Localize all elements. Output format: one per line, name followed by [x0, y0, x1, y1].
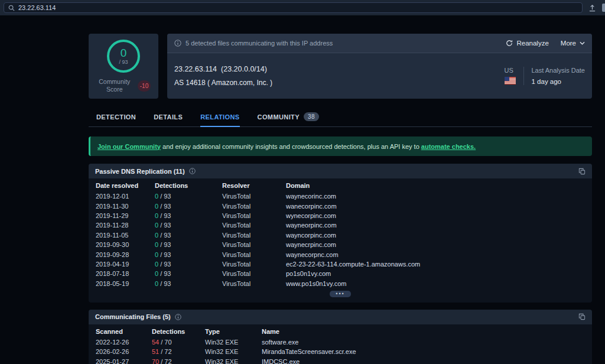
more-button[interactable]: More — [561, 40, 585, 47]
file-link[interactable]: software.exe — [262, 339, 585, 346]
detected-files-banner: 5 detected files communicating with this… — [167, 34, 592, 53]
cell-detections: 0 — [155, 222, 158, 229]
vertical-divider — [523, 67, 524, 85]
domain-link[interactable]: wayneorpinc.com — [286, 222, 585, 229]
table-row: 2018-05-19 0/ 93 VirusTotal www.po1s0n1v… — [96, 279, 585, 288]
cell-denominator: / 93 — [160, 222, 171, 229]
domain-link[interactable]: wanecorpinc.com — [286, 203, 585, 210]
info-icon[interactable] — [189, 168, 196, 174]
community-banner-text: and enjoy additional community insights … — [161, 143, 421, 150]
communicating-files-header: Communicating Files (5) — [89, 310, 592, 324]
cell-scanned: 2026-02-26 — [96, 348, 152, 355]
main-content: 0 / 93 Community Score -10 5 detected fi… — [89, 34, 592, 364]
table-row: 2026-02-26 51/ 72 Win32 EXE MirandaTateS… — [96, 347, 585, 356]
cell-date: 2019-12-01 — [96, 193, 155, 200]
join-community-link[interactable]: Join our Community — [97, 143, 161, 150]
file-link[interactable]: IMDCSC.exe — [262, 358, 585, 364]
cell-date: 2019-11-29 — [96, 212, 155, 219]
domain-link[interactable]: wayncorpinc.com — [286, 232, 585, 239]
col-scanned: Scanned — [96, 328, 152, 335]
table-row: 2019-11-28 0/ 93 VirusTotal wayneorpinc.… — [96, 220, 585, 230]
cell-resolver: VirusTotal — [222, 193, 286, 200]
ip-address: 23.22.63.114 — [174, 65, 217, 73]
col-detections: Detections — [155, 182, 222, 189]
cell-detections: 0 — [155, 261, 158, 268]
us-flag-icon — [505, 77, 516, 84]
cell-detections: 0 — [155, 241, 158, 248]
communicating-files-section: Communicating Files (5) Scanned Detectio… — [89, 310, 592, 364]
copy-icon[interactable] — [578, 313, 586, 320]
domain-link[interactable]: ec2-23-22-63-114.compute-1.amazonaws.com — [286, 261, 585, 268]
passive-dns-header: Passive DNS Replication (11) — [89, 164, 592, 178]
table-header-row: Date resolved Detections Resolver Domain — [96, 178, 585, 191]
tab-relations[interactable]: RELATIONS — [200, 108, 239, 127]
last-analysis-label: Last Analysis Date — [532, 67, 586, 74]
more-label: More — [561, 40, 576, 47]
copy-icon[interactable] — [578, 168, 586, 175]
table-row: 2019-11-30 0/ 93 VirusTotal wanecorpinc.… — [96, 201, 585, 210]
tab-bar: DETECTION DETAILS RELATIONS COMMUNITY 38 — [89, 108, 592, 127]
cell-date: 2019-09-30 — [96, 241, 155, 248]
col-type: Type — [205, 328, 262, 335]
domain-link[interactable]: waynecrpinc.com — [286, 241, 585, 248]
cell-date: 2019-11-30 — [96, 203, 155, 210]
tab-community[interactable]: COMMUNITY 38 — [258, 108, 319, 127]
cell-scanned: 2022-12-26 — [96, 339, 152, 346]
col-name: Name — [262, 328, 585, 335]
search-input[interactable] — [18, 4, 578, 11]
cell-detections: 0 — [155, 251, 158, 258]
cell-detections: 0 — [155, 232, 158, 239]
community-count-badge: 38 — [304, 112, 319, 121]
cell-denominator: / 93 — [160, 212, 171, 219]
upload-icon[interactable] — [588, 4, 596, 12]
cell-denominator: / 93 — [160, 203, 171, 210]
cell-type: Win32 EXE — [205, 348, 262, 355]
communicating-files-title: Communicating Files (5) — [95, 313, 171, 320]
cell-resolver: VirusTotal — [222, 261, 286, 268]
table-row: 2019-09-30 0/ 93 VirusTotal waynecrpinc.… — [96, 240, 585, 249]
score-denominator: / 93 — [119, 59, 128, 65]
cell-denominator: / 93 — [160, 270, 171, 277]
cell-resolver: VirusTotal — [222, 212, 286, 219]
cell-resolver: VirusTotal — [222, 232, 286, 239]
cell-detections: 70 — [152, 358, 159, 364]
search-box[interactable] — [4, 2, 583, 13]
automate-checks-link[interactable]: automate checks. — [421, 143, 476, 150]
topbar-actions — [588, 4, 601, 12]
tab-detection[interactable]: DETECTION — [96, 108, 136, 127]
show-more-button[interactable]: ••• — [330, 291, 351, 297]
cell-date: 2018-05-19 — [96, 280, 155, 287]
cell-date: 2019-11-28 — [96, 222, 155, 229]
file-link[interactable]: MirandaTateScreensaver.scr.exe — [262, 348, 585, 355]
cell-denominator: / 93 — [160, 193, 171, 200]
country-code: US — [505, 67, 516, 74]
table-row: 2019-11-29 0/ 93 VirusTotal wynecorpinc.… — [96, 211, 585, 220]
top-bar — [0, 0, 605, 15]
table-row: 2025-01-27 70/ 72 Win32 EXE IMDCSC.exe — [96, 357, 585, 364]
domain-link[interactable]: waynecorpnc.com — [286, 251, 585, 258]
col-resolver: Resolver — [222, 182, 286, 189]
domain-link[interactable]: wynecorpinc.com — [286, 212, 585, 219]
cell-resolver: VirusTotal — [222, 280, 286, 287]
domain-link[interactable]: po1s0n1vy.com — [286, 270, 585, 277]
domain-link[interactable]: waynecorinc.com — [286, 193, 585, 200]
passive-dns-title: Passive DNS Replication (11) — [95, 168, 185, 175]
cell-date: 2018-07-18 — [96, 270, 155, 277]
table-row: 2019-11-05 0/ 93 VirusTotal wayncorpinc.… — [96, 230, 585, 240]
cell-detections: 0 — [155, 203, 158, 210]
table-row: 2022-12-26 54/ 70 Win32 EXE software.exe — [96, 337, 585, 347]
last-analysis-value: 1 day ago — [532, 78, 586, 85]
domain-link[interactable]: www.po1s0n1vy.com — [286, 280, 585, 287]
cell-type: Win32 EXE — [205, 339, 262, 346]
info-icon[interactable] — [175, 314, 181, 320]
cell-date: 2019-04-19 — [96, 261, 155, 268]
cell-resolver: VirusTotal — [222, 251, 286, 258]
table-row: 2019-12-01 0/ 93 VirusTotal waynecorinc.… — [96, 191, 585, 201]
reanalyze-button[interactable]: Reanalyze — [506, 40, 548, 47]
clipped-edge-icon[interactable] — [602, 4, 605, 12]
info-icon — [174, 40, 181, 47]
cell-denominator: / 93 — [160, 261, 171, 268]
community-score-badge[interactable]: -10 — [138, 80, 151, 92]
tab-details[interactable]: DETAILS — [154, 108, 183, 127]
communicating-files-table: Scanned Detections Type Name 2022-12-26 … — [89, 324, 592, 364]
